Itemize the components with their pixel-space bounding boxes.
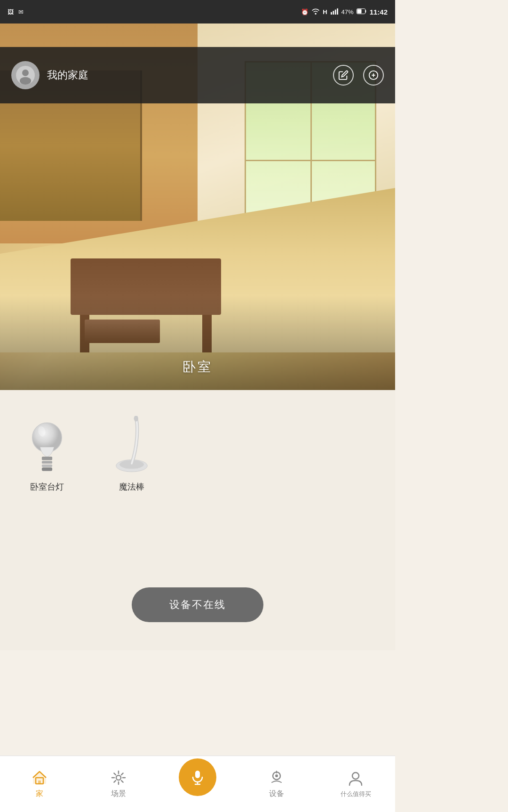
header-actions — [333, 65, 384, 86]
header-title: 我的家庭 — [47, 68, 88, 82]
home-icon — [31, 769, 48, 786]
svg-point-8 — [20, 77, 31, 85]
devices-grid: 卧室台灯 魔法棒 — [14, 409, 381, 497]
svg-rect-22 — [38, 781, 41, 784]
svg-point-23 — [116, 775, 121, 780]
nav-buy[interactable]: 什么值得买 — [327, 770, 384, 798]
svg-rect-5 — [357, 9, 361, 13]
app-header: 我的家庭 — [0, 47, 395, 103]
bulb-device-name: 卧室台灯 — [30, 481, 64, 492]
scene-nav-label: 场景 — [111, 789, 126, 799]
h-icon: H — [323, 8, 327, 16]
device-icon — [268, 769, 285, 786]
time-display: 11:42 — [370, 8, 388, 16]
nav-device[interactable]: 设备 — [248, 769, 305, 799]
mic-button[interactable] — [179, 758, 216, 796]
status-right-icons: ⏰ H 47% — [301, 8, 388, 16]
buy-nav-label: 什么值得买 — [341, 790, 371, 798]
svg-point-38 — [352, 773, 359, 779]
signal-icon — [330, 8, 339, 16]
svg-rect-1 — [333, 11, 334, 15]
device-nav-label: 设备 — [269, 789, 284, 799]
header-left: 我的家庭 — [11, 61, 88, 89]
svg-rect-14 — [42, 461, 52, 464]
room-label: 卧室 — [0, 358, 395, 376]
hero-section: 我的家庭 — [0, 23, 395, 390]
nav-home[interactable]: 家 — [11, 769, 68, 799]
person-icon — [347, 770, 364, 787]
wand-icon — [113, 416, 151, 472]
svg-rect-3 — [337, 8, 338, 14]
svg-line-28 — [114, 773, 116, 775]
svg-line-31 — [114, 781, 116, 782]
user-avatar[interactable] — [11, 61, 40, 89]
bulb-icon-wrap — [16, 414, 78, 475]
offline-section: 设备不在线 — [0, 578, 395, 650]
nav-mic[interactable] — [169, 773, 226, 796]
svg-rect-16 — [42, 468, 52, 471]
offline-button[interactable]: 设备不在线 — [132, 587, 263, 622]
home-nav-label: 家 — [36, 789, 43, 799]
bottom-navigation: 家 场景 — [0, 756, 395, 812]
svg-rect-2 — [334, 9, 336, 15]
wand-device-name: 魔法棒 — [119, 481, 144, 492]
message-icon: ✉ — [18, 8, 24, 16]
add-button[interactable] — [363, 65, 384, 86]
wifi-icon — [311, 8, 320, 16]
mic-icon — [189, 769, 206, 786]
wand-icon-wrap — [101, 414, 162, 475]
battery-level: 47% — [341, 8, 354, 16]
nav-scene[interactable]: 场景 — [90, 769, 147, 799]
status-left-icons: 🖼 ✉ — [8, 8, 24, 16]
hero-overlay — [0, 296, 395, 390]
device-item-wand[interactable]: 魔法棒 — [99, 414, 165, 492]
devices-section: 卧室台灯 魔法棒 — [0, 390, 395, 578]
scene-icon — [110, 769, 127, 786]
status-bar: 🖼 ✉ ⏰ H 47% — [0, 0, 395, 23]
svg-line-30 — [121, 773, 123, 775]
bulb-icon — [24, 416, 71, 472]
svg-rect-13 — [42, 457, 52, 460]
device-item-bulb[interactable]: 卧室台灯 — [14, 414, 80, 492]
battery-icon — [357, 8, 367, 16]
svg-line-29 — [121, 781, 123, 782]
svg-point-37 — [275, 774, 278, 777]
svg-rect-32 — [195, 771, 200, 778]
edit-button[interactable] — [333, 65, 354, 86]
alarm-icon: ⏰ — [301, 8, 309, 16]
svg-rect-0 — [331, 12, 332, 14]
image-icon: 🖼 — [8, 8, 14, 16]
svg-rect-15 — [42, 464, 52, 467]
svg-point-7 — [22, 70, 29, 76]
